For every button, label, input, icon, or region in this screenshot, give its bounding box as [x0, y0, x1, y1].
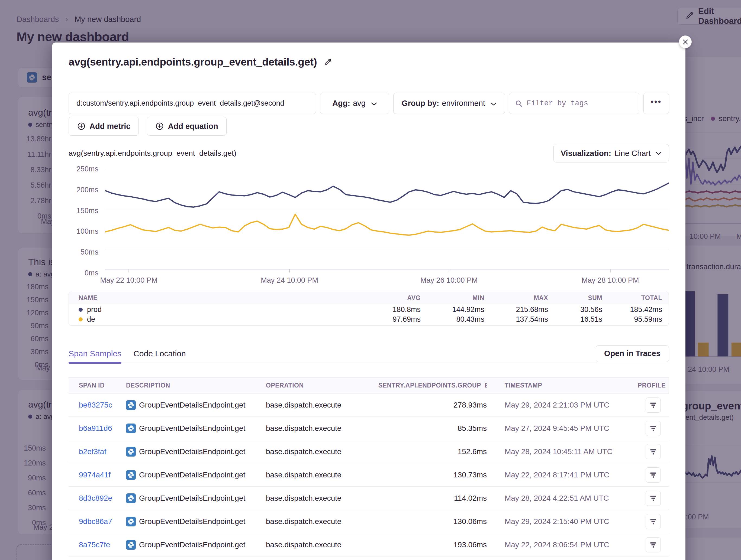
axis-tick: May 28 10:00 PM [582, 276, 639, 285]
span-id-link[interactable]: 9dbc86a7 [79, 517, 112, 526]
table-row: 8a75c7fe GroupEventDetailsEndpoint.get b… [69, 533, 669, 556]
y-axis-labels: 250ms200ms150ms100ms50ms0ms [69, 169, 98, 273]
close-icon[interactable] [679, 35, 692, 48]
duration-cell: 193.06ms [378, 541, 487, 549]
open-in-traces-button[interactable]: Open in Traces [596, 345, 669, 362]
series-dot [79, 308, 83, 312]
span-id-link[interactable]: b6a911d6 [79, 424, 112, 432]
python-icon [126, 493, 136, 503]
axis-tick: May 26 10:00 PM [420, 276, 478, 285]
add-buttons-row: Add metric Add equation [69, 117, 669, 136]
query-builder-row: Agg: avg Group by: environment ••• [69, 93, 669, 114]
operation-cell: base.dispatch.execute [258, 471, 378, 479]
operation-cell: base.dispatch.execute [258, 424, 378, 433]
axis-tick: 200ms [76, 185, 98, 194]
chevron-down-icon [656, 151, 662, 155]
visualization-dropdown[interactable]: Visualization: Line Chart [553, 144, 669, 162]
add-equation-button[interactable]: Add equation [147, 117, 226, 136]
duration-cell: 278.93ms [378, 401, 487, 409]
chart-title: avg(sentry.api.endpoints.group_event_det… [69, 149, 237, 158]
chevron-down-icon [371, 99, 377, 108]
duration-cell: 152.6ms [378, 447, 487, 456]
more-options-button[interactable]: ••• [644, 93, 669, 114]
tag-filter-box [509, 93, 639, 114]
span-id-link[interactable]: be83275c [79, 401, 112, 409]
summary-header-row: NAME AVG MIN MAX SUM TOTAL [69, 292, 669, 304]
operation-cell: base.dispatch.execute [258, 401, 378, 409]
axis-tick: 100ms [76, 227, 98, 236]
timestamp-cell: May 22, 2024 8:17:41 PM UTC [487, 471, 636, 479]
timestamp-cell: May 22, 2024 8:06:54 PM UTC [487, 541, 636, 549]
add-metric-button[interactable]: Add metric [69, 117, 139, 136]
python-icon [126, 470, 136, 480]
span-id-link[interactable]: 8a75c7fe [79, 541, 110, 549]
chevron-down-icon [490, 99, 496, 108]
table-row: 9dbc86a7 GroupEventDetailsEndpoint.get b… [69, 510, 669, 533]
modal-title: avg(sentry.api.endpoints.group_event_det… [69, 56, 317, 68]
edit-title-pencil-icon[interactable] [324, 58, 332, 66]
span-id-link[interactable]: 9974a41f [79, 471, 111, 479]
profile-button[interactable] [646, 467, 661, 483]
profile-button[interactable] [646, 421, 661, 436]
description-cell: GroupEventDetailsEndpoint.get [126, 423, 258, 433]
operation-cell: base.dispatch.execute [258, 447, 378, 456]
groupby-dropdown[interactable]: Group by: environment [393, 93, 505, 114]
metric-input[interactable] [69, 93, 316, 114]
samples-table-header: SPAN ID DESCRIPTION OPERATION SENTRY.API… [69, 377, 669, 393]
profile-button[interactable] [646, 398, 661, 413]
duration-cell: 130.73ms [378, 471, 487, 479]
python-icon [126, 423, 136, 433]
timestamp-cell: May 29, 2024 2:15:40 PM UTC [487, 517, 636, 526]
plus-circle-icon [155, 122, 164, 131]
operation-cell: base.dispatch.execute [258, 517, 378, 526]
table-row: b2ef3faf GroupEventDetailsEndpoint.get b… [69, 440, 669, 463]
python-icon [126, 517, 136, 527]
detail-tabs: Span Samples Code Location Open in Trace… [69, 344, 669, 363]
table-row: 8d3c892e GroupEventDetailsEndpoint.get b… [69, 487, 669, 510]
profile-button[interactable] [646, 537, 661, 552]
x-axis-labels: May 22 10:00 PMMay 24 10:00 PMMay 26 10:… [105, 276, 669, 286]
profile-button[interactable] [646, 514, 661, 529]
description-cell: GroupEventDetailsEndpoint.get [126, 447, 258, 457]
span-id-link[interactable]: b2ef3faf [79, 447, 106, 456]
description-cell: GroupEventDetailsEndpoint.get [126, 493, 258, 503]
series-dot [79, 317, 83, 321]
python-icon [126, 447, 136, 457]
chart-plot-area[interactable] [105, 169, 669, 273]
duration-cell: 85.35ms [378, 424, 487, 433]
duration-cell: 114.02ms [378, 494, 487, 502]
axis-tick: May 24 10:00 PM [261, 276, 318, 285]
metric-details-modal: avg(sentry.api.endpoints.group_event_det… [52, 43, 685, 560]
python-icon [126, 540, 136, 550]
tab-code-location[interactable]: Code Location [133, 344, 186, 363]
axis-tick: 50ms [80, 248, 98, 256]
summary-row-de[interactable]: de 97.69ms 80.43ms 137.54ms 16.51s 95.59… [69, 315, 669, 325]
search-icon [515, 99, 523, 107]
tab-span-samples[interactable]: Span Samples [69, 344, 121, 363]
python-icon [126, 400, 136, 410]
axis-tick: 0ms [84, 269, 98, 277]
axis-tick: May 22 10:00 PM [100, 276, 158, 285]
profile-button[interactable] [646, 444, 661, 459]
plus-circle-icon [77, 122, 86, 131]
timestamp-cell: May 29, 2024 2:21:03 PM UTC [487, 401, 636, 409]
duration-cell: 130.06ms [378, 517, 487, 526]
description-cell: GroupEventDetailsEndpoint.get [126, 470, 258, 480]
summary-row-prod[interactable]: prod 180.8ms 144.92ms 215.68ms 30.56s 18… [69, 304, 669, 315]
tag-filter-input[interactable] [527, 99, 634, 107]
aggregation-dropdown[interactable]: Agg: avg [320, 93, 389, 114]
axis-tick: 250ms [76, 165, 98, 173]
description-cell: GroupEventDetailsEndpoint.get [126, 540, 258, 550]
timestamp-cell: May 28, 2024 10:45:11 AM UTC [487, 447, 636, 456]
span-id-link[interactable]: 8d3c892e [79, 494, 112, 502]
profile-button[interactable] [646, 491, 661, 506]
line-chart: 250ms200ms150ms100ms50ms0ms May 22 10:00… [69, 169, 669, 286]
operation-cell: base.dispatch.execute [258, 541, 378, 549]
span-samples-table: SPAN ID DESCRIPTION OPERATION SENTRY.API… [69, 377, 669, 556]
table-row: be83275c GroupEventDetailsEndpoint.get b… [69, 393, 669, 417]
operation-cell: base.dispatch.execute [258, 494, 378, 502]
description-cell: GroupEventDetailsEndpoint.get [126, 517, 258, 527]
timestamp-cell: May 28, 2024 4:22:51 AM UTC [487, 494, 636, 502]
description-cell: GroupEventDetailsEndpoint.get [126, 400, 258, 410]
timestamp-cell: May 27, 2024 9:45:45 PM UTC [487, 424, 636, 433]
